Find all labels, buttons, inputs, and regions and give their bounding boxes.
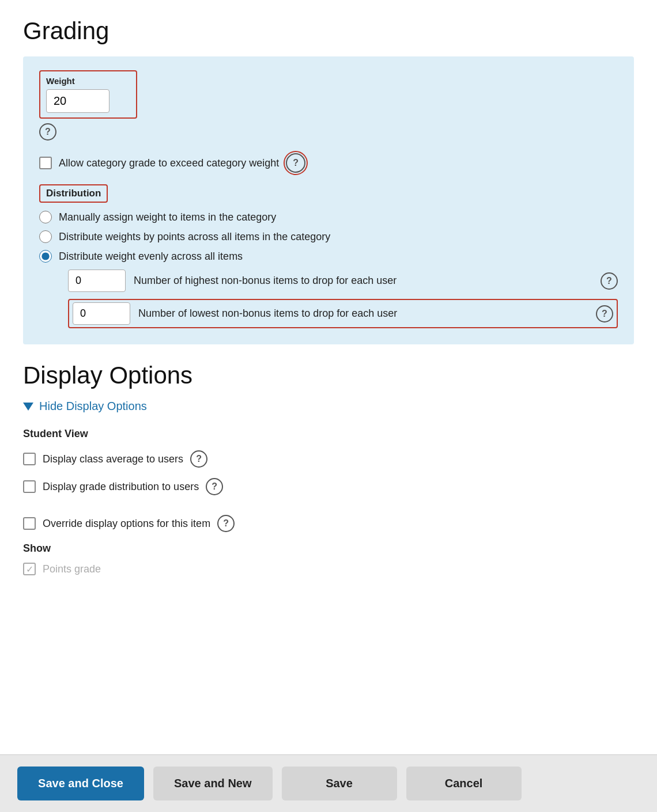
drop-lowest-label: Number of lowest non-bonus items to drop… bbox=[138, 308, 588, 320]
weight-input[interactable] bbox=[46, 89, 110, 113]
radio-option-evenly: Distribute weight evenly across all item… bbox=[39, 250, 618, 263]
save-and-new-button[interactable]: Save and New bbox=[153, 767, 273, 800]
grading-section: Weight ? Allow category grade to exceed … bbox=[23, 56, 634, 344]
grading-title: Grading bbox=[23, 17, 634, 45]
radio-points[interactable] bbox=[39, 230, 52, 243]
display-grade-distribution-label: Display grade distribution to users bbox=[43, 481, 199, 493]
page-container: Grading Weight ? Allow category grade to… bbox=[0, 0, 657, 812]
weight-input-row bbox=[46, 89, 130, 113]
hide-toggle-text: Hide Display Options bbox=[39, 400, 147, 413]
override-display-checkbox[interactable] bbox=[23, 517, 36, 530]
footer-buttons: Save and Close Save and New Save Cancel bbox=[0, 754, 657, 812]
allow-exceed-help-icon[interactable]: ? bbox=[286, 153, 305, 173]
grade-distribution-help-icon[interactable]: ? bbox=[206, 478, 223, 495]
display-class-average-checkbox[interactable] bbox=[23, 453, 36, 465]
display-class-average-label: Display class average to users bbox=[43, 453, 183, 465]
radio-manual-label: Manually assign weight to items in the c… bbox=[59, 211, 276, 223]
drop-items-group: Number of highest non-bonus items to dro… bbox=[68, 270, 618, 328]
drop-highest-label: Number of highest non-bonus items to dro… bbox=[134, 275, 592, 287]
allow-exceed-checkbox[interactable] bbox=[39, 157, 52, 169]
display-grade-distribution-checkbox[interactable] bbox=[23, 480, 36, 493]
display-grade-distribution-row: Display grade distribution to users ? bbox=[23, 478, 634, 495]
cancel-button[interactable]: Cancel bbox=[406, 767, 522, 800]
override-display-row: Override display options for this item ? bbox=[23, 515, 634, 532]
radio-option-manual: Manually assign weight to items in the c… bbox=[39, 211, 618, 223]
drop-highest-help-icon[interactable]: ? bbox=[601, 272, 618, 290]
weight-label: Weight bbox=[46, 76, 130, 86]
distribution-label: Distribution bbox=[39, 184, 108, 203]
radio-option-points: Distribute weights by points across all … bbox=[39, 230, 618, 243]
display-options-title: Display Options bbox=[23, 362, 634, 389]
main-content: Grading Weight ? Allow category grade to… bbox=[0, 0, 657, 812]
save-button[interactable]: Save bbox=[282, 767, 397, 800]
radio-evenly[interactable] bbox=[39, 250, 52, 263]
override-display-help-icon[interactable]: ? bbox=[217, 515, 235, 532]
class-average-help-icon[interactable]: ? bbox=[190, 450, 207, 468]
student-view-label: Student View bbox=[23, 428, 634, 440]
drop-highest-row: Number of highest non-bonus items to dro… bbox=[68, 270, 618, 292]
points-grade-check: ✓ bbox=[23, 563, 36, 575]
points-grade-row: ✓ Points grade bbox=[23, 563, 634, 575]
show-label: Show bbox=[23, 542, 634, 555]
override-display-label: Override display options for this item bbox=[43, 518, 210, 530]
hide-display-options-toggle[interactable]: Hide Display Options bbox=[23, 400, 634, 413]
radio-points-label: Distribute weights by points across all … bbox=[59, 231, 330, 243]
radio-manual[interactable] bbox=[39, 211, 52, 223]
points-grade-text: Points grade bbox=[43, 563, 101, 575]
weight-wrapper: Weight bbox=[39, 70, 137, 119]
drop-highest-input[interactable] bbox=[68, 270, 126, 292]
distribution-wrapper: Distribution Manually assign weight to i… bbox=[39, 184, 618, 328]
drop-lowest-help-icon[interactable]: ? bbox=[596, 305, 613, 322]
save-and-close-button[interactable]: Save and Close bbox=[17, 767, 144, 800]
drop-lowest-row: Number of lowest non-bonus items to drop… bbox=[68, 299, 618, 328]
allow-exceed-row: Allow category grade to exceed category … bbox=[39, 153, 618, 173]
weight-group: Weight ? bbox=[39, 70, 618, 141]
divider bbox=[23, 506, 634, 515]
allow-exceed-label: Allow category grade to exceed category … bbox=[59, 157, 279, 169]
radio-evenly-label: Distribute weight evenly across all item… bbox=[59, 251, 243, 263]
display-class-average-row: Display class average to users ? bbox=[23, 450, 634, 468]
weight-help-icon[interactable]: ? bbox=[39, 123, 56, 141]
triangle-icon bbox=[23, 403, 33, 411]
drop-lowest-input[interactable] bbox=[73, 302, 130, 325]
